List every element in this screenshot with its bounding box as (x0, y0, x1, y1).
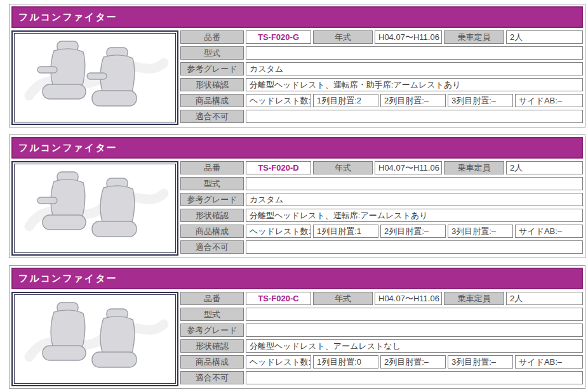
table-row-model: 型式 (180, 308, 583, 321)
row1-armrest: 1列目肘置:1 (313, 225, 378, 238)
row2-armrest: 2列目肘置:– (380, 355, 446, 369)
incompatible-value (246, 371, 583, 384)
product-image (14, 294, 176, 384)
capacity-value: 2人 (506, 292, 583, 305)
composition-label: 商品構成 (180, 355, 244, 369)
product-card: フルコンファイター (9, 4, 585, 127)
grade-value: カスタム (246, 62, 583, 75)
grade-label: 参考グレード (180, 62, 244, 75)
product-card: フルコンファイター (9, 265, 585, 389)
passenger-seat (37, 172, 86, 230)
passenger-seat (43, 303, 86, 360)
row1-armrest: 1列目肘置:0 (313, 355, 378, 369)
composition-label: 商品構成 (180, 225, 244, 238)
shape-label: 形状確認 (180, 78, 244, 91)
grade-label: 参考グレード (180, 193, 244, 206)
incompatible-label: 適合不可 (180, 371, 244, 384)
incompatible-value (246, 240, 583, 254)
year-label: 年式 (313, 161, 373, 174)
section-body: 品番 TS-F020-D 年式 H04.07〜H11.06 乗車定員 2人 型式… (11, 161, 583, 256)
table-row-incompatible: 適合不可 (180, 110, 583, 123)
table-row-incompatible: 適合不可 (180, 371, 583, 384)
seat-cushion (92, 352, 137, 367)
driver-seat (87, 48, 137, 106)
product-image-frame (11, 161, 178, 256)
year-value: H04.07〜H11.06 (375, 161, 442, 174)
armrest-right (87, 73, 107, 79)
section-title-bar: フルコンファイター (11, 137, 583, 159)
section-title-bar: フルコンファイター (11, 268, 583, 289)
seat-illustration (15, 164, 175, 253)
part-number-value: TS-F020-D (246, 161, 311, 174)
incompatible-label: 適合不可 (180, 110, 244, 123)
table-row-part-year-capacity: 品番 TS-F020-D 年式 H04.07〜H11.06 乗車定員 2人 (180, 161, 583, 174)
row3-armrest: 3列目肘置:– (448, 355, 513, 369)
incompatible-value (246, 110, 583, 123)
spec-table: 品番 TS-F020-C 年式 H04.07〜H11.06 乗車定員 2人 型式… (180, 292, 583, 386)
spec-table: 品番 TS-F020-G 年式 H04.07〜H11.06 乗車定員 2人 型式… (180, 30, 583, 125)
shape-value: 分離型ヘッドレスト、アームレストなし (246, 339, 583, 353)
model-label: 型式 (180, 308, 244, 321)
product-image (14, 33, 176, 122)
row3-armrest: 3列目肘置:– (448, 225, 513, 238)
product-card: フルコンファイター (9, 134, 585, 258)
seat-cushion (92, 221, 137, 237)
year-label: 年式 (313, 30, 373, 44)
grade-label: 参考グレード (180, 323, 244, 337)
headrest-count: ヘッドレスト数:2 (246, 225, 311, 238)
model-label: 型式 (180, 177, 244, 190)
table-row-part-year-capacity: 品番 TS-F020-C 年式 H04.07〜H11.06 乗車定員 2人 (180, 292, 583, 305)
model-value (246, 46, 583, 60)
seat-cushion (43, 215, 86, 230)
capacity-label: 乗車定員 (444, 30, 504, 44)
capacity-value: 2人 (506, 30, 583, 44)
year-value: H04.07〜H11.06 (375, 292, 442, 305)
shape-label: 形状確認 (180, 209, 244, 222)
passenger-seat (37, 41, 86, 99)
row1-armrest: 1列目肘置:2 (313, 94, 378, 107)
row3-armrest: 3列目肘置:– (448, 94, 513, 107)
capacity-label: 乗車定員 (444, 161, 504, 174)
shape-label: 形状確認 (180, 339, 244, 353)
section-body: 品番 TS-F020-G 年式 H04.07〜H11.06 乗車定員 2人 型式… (11, 30, 583, 125)
model-label: 型式 (180, 46, 244, 60)
model-value (246, 308, 583, 321)
side-airbag: サイドAB:– (515, 94, 583, 107)
vehicle-name: フルコンファイター (18, 273, 117, 285)
seat-cushion (43, 346, 86, 360)
table-row-model: 型式 (180, 46, 583, 60)
table-row-shape: 形状確認 分離型ヘッドレスト、運転席:アームレストあり (180, 209, 583, 222)
capacity-value: 2人 (506, 161, 583, 174)
table-row-composition: 商品構成 ヘッドレスト数:2 1列目肘置:2 2列目肘置:– 3列目肘置:– サ… (180, 94, 583, 107)
page: フルコンファイター (0, 0, 588, 389)
shape-value: 分離型ヘッドレスト、運転席・助手席:アームレストあり (246, 78, 583, 91)
side-airbag: サイドAB:– (515, 355, 583, 369)
part-number-label: 品番 (180, 292, 244, 305)
part-number-value: TS-F020-C (246, 292, 311, 305)
seat-illustration (15, 34, 175, 122)
side-airbag: サイドAB:– (515, 225, 583, 238)
section-body: 品番 TS-F020-C 年式 H04.07〜H11.06 乗車定員 2人 型式… (11, 292, 583, 386)
table-row-shape: 形状確認 分離型ヘッドレスト、運転席・助手席:アームレストあり (180, 78, 583, 91)
table-row-grade: 参考グレード (180, 323, 583, 337)
table-row-grade: 参考グレード カスタム (180, 193, 583, 206)
seat-cushion (92, 91, 137, 106)
grade-value (246, 323, 583, 337)
table-row-shape: 形状確認 分離型ヘッドレスト、アームレストなし (180, 339, 583, 353)
table-row-composition: 商品構成 ヘッドレスト数:2 1列目肘置:1 2列目肘置:– 3列目肘置:– サ… (180, 225, 583, 238)
capacity-label: 乗車定員 (444, 292, 504, 305)
year-label: 年式 (313, 292, 373, 305)
model-value (246, 177, 583, 190)
headrest-count: ヘッドレスト数:2 (246, 355, 311, 369)
armrest-left (37, 197, 57, 204)
grade-value: カスタム (246, 193, 583, 206)
vehicle-name: フルコンファイター (18, 11, 117, 23)
table-row-model: 型式 (180, 177, 583, 190)
part-number-value: TS-F020-G (246, 30, 311, 44)
part-number-label: 品番 (180, 161, 244, 174)
armrest-left (37, 67, 57, 73)
vehicle-name: フルコンファイター (18, 142, 117, 154)
part-number-label: 品番 (180, 30, 244, 44)
table-row-grade: 参考グレード カスタム (180, 62, 583, 75)
product-image-frame (11, 30, 178, 125)
